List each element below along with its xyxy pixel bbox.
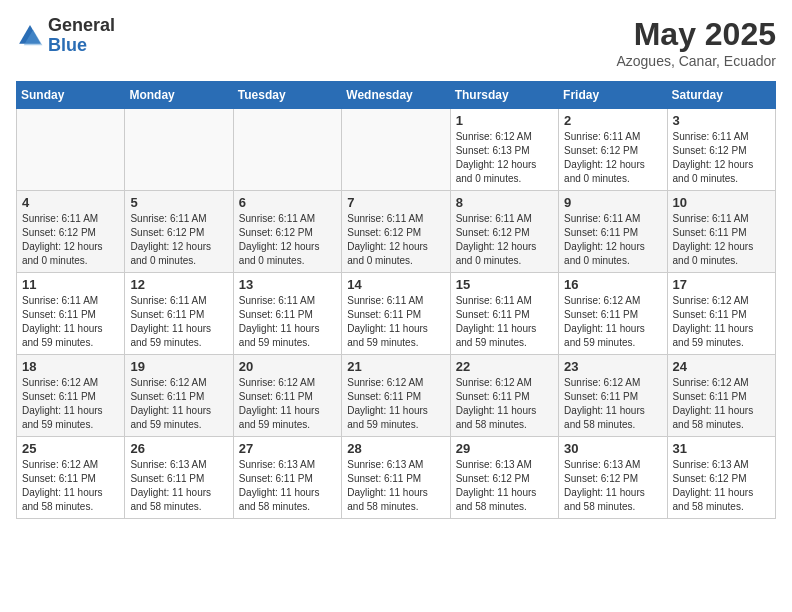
day-number: 24 — [673, 359, 770, 374]
day-header-wednesday: Wednesday — [342, 82, 450, 109]
calendar-week-2: 4Sunrise: 6:11 AM Sunset: 6:12 PM Daylig… — [17, 191, 776, 273]
calendar-cell: 6Sunrise: 6:11 AM Sunset: 6:12 PM Daylig… — [233, 191, 341, 273]
calendar-cell: 29Sunrise: 6:13 AM Sunset: 6:12 PM Dayli… — [450, 437, 558, 519]
logo-blue-text: Blue — [48, 36, 115, 56]
calendar-cell — [233, 109, 341, 191]
day-number: 3 — [673, 113, 770, 128]
calendar-cell: 2Sunrise: 6:11 AM Sunset: 6:12 PM Daylig… — [559, 109, 667, 191]
day-info: Sunrise: 6:11 AM Sunset: 6:11 PM Dayligh… — [239, 294, 336, 350]
day-info: Sunrise: 6:12 AM Sunset: 6:11 PM Dayligh… — [456, 376, 553, 432]
page-header: General Blue May 2025 Azogues, Canar, Ec… — [16, 16, 776, 69]
day-number: 26 — [130, 441, 227, 456]
calendar-cell — [342, 109, 450, 191]
calendar-cell — [125, 109, 233, 191]
calendar-cell: 26Sunrise: 6:13 AM Sunset: 6:11 PM Dayli… — [125, 437, 233, 519]
day-info: Sunrise: 6:11 AM Sunset: 6:12 PM Dayligh… — [564, 130, 661, 186]
calendar-cell: 25Sunrise: 6:12 AM Sunset: 6:11 PM Dayli… — [17, 437, 125, 519]
day-info: Sunrise: 6:12 AM Sunset: 6:11 PM Dayligh… — [22, 376, 119, 432]
calendar-cell: 1Sunrise: 6:12 AM Sunset: 6:13 PM Daylig… — [450, 109, 558, 191]
day-number: 18 — [22, 359, 119, 374]
calendar-week-3: 11Sunrise: 6:11 AM Sunset: 6:11 PM Dayli… — [17, 273, 776, 355]
calendar-cell: 10Sunrise: 6:11 AM Sunset: 6:11 PM Dayli… — [667, 191, 775, 273]
calendar-cell: 22Sunrise: 6:12 AM Sunset: 6:11 PM Dayli… — [450, 355, 558, 437]
day-info: Sunrise: 6:12 AM Sunset: 6:11 PM Dayligh… — [22, 458, 119, 514]
day-number: 21 — [347, 359, 444, 374]
day-number: 9 — [564, 195, 661, 210]
day-info: Sunrise: 6:11 AM Sunset: 6:11 PM Dayligh… — [130, 294, 227, 350]
day-number: 4 — [22, 195, 119, 210]
day-number: 28 — [347, 441, 444, 456]
day-info: Sunrise: 6:12 AM Sunset: 6:11 PM Dayligh… — [564, 376, 661, 432]
day-info: Sunrise: 6:11 AM Sunset: 6:12 PM Dayligh… — [347, 212, 444, 268]
day-info: Sunrise: 6:12 AM Sunset: 6:11 PM Dayligh… — [564, 294, 661, 350]
day-number: 17 — [673, 277, 770, 292]
calendar-cell: 11Sunrise: 6:11 AM Sunset: 6:11 PM Dayli… — [17, 273, 125, 355]
day-info: Sunrise: 6:11 AM Sunset: 6:11 PM Dayligh… — [22, 294, 119, 350]
calendar-cell: 4Sunrise: 6:11 AM Sunset: 6:12 PM Daylig… — [17, 191, 125, 273]
day-number: 27 — [239, 441, 336, 456]
calendar-cell: 8Sunrise: 6:11 AM Sunset: 6:12 PM Daylig… — [450, 191, 558, 273]
calendar-cell: 21Sunrise: 6:12 AM Sunset: 6:11 PM Dayli… — [342, 355, 450, 437]
day-info: Sunrise: 6:11 AM Sunset: 6:11 PM Dayligh… — [673, 212, 770, 268]
day-number: 25 — [22, 441, 119, 456]
day-number: 14 — [347, 277, 444, 292]
day-number: 31 — [673, 441, 770, 456]
day-number: 29 — [456, 441, 553, 456]
day-number: 7 — [347, 195, 444, 210]
calendar-week-5: 25Sunrise: 6:12 AM Sunset: 6:11 PM Dayli… — [17, 437, 776, 519]
day-header-saturday: Saturday — [667, 82, 775, 109]
calendar-header-row: SundayMondayTuesdayWednesdayThursdayFrid… — [17, 82, 776, 109]
day-info: Sunrise: 6:12 AM Sunset: 6:11 PM Dayligh… — [673, 294, 770, 350]
calendar-table: SundayMondayTuesdayWednesdayThursdayFrid… — [16, 81, 776, 519]
day-number: 8 — [456, 195, 553, 210]
calendar-cell: 31Sunrise: 6:13 AM Sunset: 6:12 PM Dayli… — [667, 437, 775, 519]
day-info: Sunrise: 6:13 AM Sunset: 6:11 PM Dayligh… — [239, 458, 336, 514]
day-info: Sunrise: 6:11 AM Sunset: 6:11 PM Dayligh… — [347, 294, 444, 350]
day-info: Sunrise: 6:12 AM Sunset: 6:11 PM Dayligh… — [347, 376, 444, 432]
calendar-cell: 28Sunrise: 6:13 AM Sunset: 6:11 PM Dayli… — [342, 437, 450, 519]
calendar-cell: 14Sunrise: 6:11 AM Sunset: 6:11 PM Dayli… — [342, 273, 450, 355]
day-info: Sunrise: 6:11 AM Sunset: 6:12 PM Dayligh… — [456, 212, 553, 268]
day-number: 19 — [130, 359, 227, 374]
calendar-cell: 3Sunrise: 6:11 AM Sunset: 6:12 PM Daylig… — [667, 109, 775, 191]
day-number: 23 — [564, 359, 661, 374]
calendar-cell: 19Sunrise: 6:12 AM Sunset: 6:11 PM Dayli… — [125, 355, 233, 437]
day-info: Sunrise: 6:11 AM Sunset: 6:11 PM Dayligh… — [564, 212, 661, 268]
day-header-tuesday: Tuesday — [233, 82, 341, 109]
calendar-cell: 23Sunrise: 6:12 AM Sunset: 6:11 PM Dayli… — [559, 355, 667, 437]
day-header-thursday: Thursday — [450, 82, 558, 109]
day-info: Sunrise: 6:12 AM Sunset: 6:11 PM Dayligh… — [673, 376, 770, 432]
day-info: Sunrise: 6:12 AM Sunset: 6:13 PM Dayligh… — [456, 130, 553, 186]
location-text: Azogues, Canar, Ecuador — [616, 53, 776, 69]
day-number: 16 — [564, 277, 661, 292]
day-info: Sunrise: 6:11 AM Sunset: 6:12 PM Dayligh… — [673, 130, 770, 186]
month-title: May 2025 — [616, 16, 776, 53]
day-info: Sunrise: 6:11 AM Sunset: 6:12 PM Dayligh… — [239, 212, 336, 268]
day-info: Sunrise: 6:13 AM Sunset: 6:12 PM Dayligh… — [564, 458, 661, 514]
day-number: 1 — [456, 113, 553, 128]
calendar-cell: 13Sunrise: 6:11 AM Sunset: 6:11 PM Dayli… — [233, 273, 341, 355]
day-info: Sunrise: 6:12 AM Sunset: 6:11 PM Dayligh… — [239, 376, 336, 432]
day-number: 6 — [239, 195, 336, 210]
day-number: 12 — [130, 277, 227, 292]
calendar-cell: 5Sunrise: 6:11 AM Sunset: 6:12 PM Daylig… — [125, 191, 233, 273]
title-block: May 2025 Azogues, Canar, Ecuador — [616, 16, 776, 69]
calendar-cell: 24Sunrise: 6:12 AM Sunset: 6:11 PM Dayli… — [667, 355, 775, 437]
day-header-sunday: Sunday — [17, 82, 125, 109]
day-number: 5 — [130, 195, 227, 210]
day-info: Sunrise: 6:13 AM Sunset: 6:12 PM Dayligh… — [673, 458, 770, 514]
calendar-cell: 9Sunrise: 6:11 AM Sunset: 6:11 PM Daylig… — [559, 191, 667, 273]
day-number: 10 — [673, 195, 770, 210]
day-info: Sunrise: 6:11 AM Sunset: 6:12 PM Dayligh… — [22, 212, 119, 268]
day-number: 30 — [564, 441, 661, 456]
calendar-cell: 17Sunrise: 6:12 AM Sunset: 6:11 PM Dayli… — [667, 273, 775, 355]
day-info: Sunrise: 6:13 AM Sunset: 6:12 PM Dayligh… — [456, 458, 553, 514]
day-number: 22 — [456, 359, 553, 374]
day-info: Sunrise: 6:12 AM Sunset: 6:11 PM Dayligh… — [130, 376, 227, 432]
day-number: 2 — [564, 113, 661, 128]
day-header-friday: Friday — [559, 82, 667, 109]
day-number: 13 — [239, 277, 336, 292]
calendar-cell: 20Sunrise: 6:12 AM Sunset: 6:11 PM Dayli… — [233, 355, 341, 437]
calendar-cell: 12Sunrise: 6:11 AM Sunset: 6:11 PM Dayli… — [125, 273, 233, 355]
logo-icon — [16, 22, 44, 50]
